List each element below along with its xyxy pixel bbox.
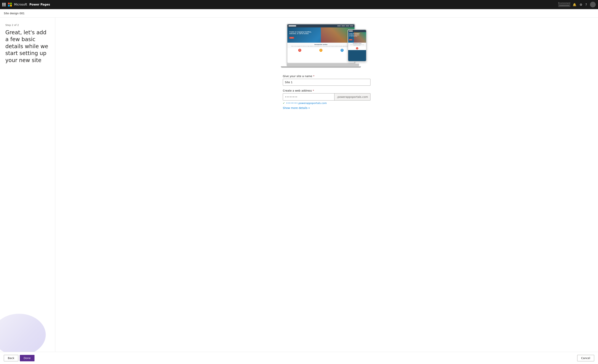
step-heading: Great, let's add a few basic details whi… — [5, 29, 50, 64]
web-address-suffix: .powerappsportals.com — [334, 93, 370, 100]
environment-value: •••••••• — [558, 4, 570, 7]
grid-icon[interactable] — [2, 3, 6, 6]
app-name: Power Pages — [29, 3, 50, 6]
web-address-prefix-input[interactable] — [283, 93, 334, 100]
svg-rect-1 — [4, 3, 5, 4]
top-navigation: Microsoft Power Pages Environment ••••••… — [0, 0, 598, 9]
url-validation: ✓ ••••••••.powerappsportals.com — [283, 102, 370, 105]
right-panel: Create an engaging headline,welcome, or … — [55, 17, 598, 352]
site-name-input[interactable] — [283, 79, 370, 86]
brand-name: Microsoft — [14, 3, 27, 6]
chevron-down-icon: ∨ — [308, 107, 310, 109]
environment-selector[interactable]: Environment •••••••• — [558, 2, 570, 7]
web-address-input-group: .powerappsportals.com — [283, 93, 370, 101]
user-avatar[interactable] — [590, 2, 596, 8]
show-more-label: Show more details — [283, 106, 307, 109]
laptop-mockup: Create an engaging headline,welcome, or … — [287, 24, 357, 67]
done-button[interactable]: Done — [20, 355, 34, 361]
mobile-badge-1: 1 — [356, 47, 358, 49]
svg-rect-0 — [2, 3, 3, 4]
form-area: Give your site a name * Create a web add… — [283, 75, 370, 113]
svg-rect-5 — [5, 4, 6, 5]
svg-rect-6 — [2, 6, 3, 6]
site-name-label: Give your site a name * — [283, 75, 370, 78]
web-address-label: Create a web address * — [283, 89, 370, 92]
preview-illustration: Create an engaging headline,welcome, or … — [287, 24, 367, 69]
back-button[interactable]: Back — [4, 355, 18, 361]
page-title: Site design 001 — [4, 12, 25, 15]
step-badge-1: 1 — [298, 49, 301, 52]
left-panel: Step 2 of 2 Great, let's add a few basic… — [0, 17, 55, 352]
page-title-bar: Site design 001 — [0, 9, 598, 17]
site-name-field: Give your site a name * — [283, 75, 370, 86]
step-label: Step 2 of 2 — [5, 24, 50, 26]
main-area: Step 2 of 2 Great, let's add a few basic… — [0, 17, 598, 352]
environment-label: Environment — [558, 2, 570, 4]
settings-icon[interactable]: ⚙ — [580, 3, 582, 7]
step-badge-3: 3 — [341, 49, 344, 52]
svg-rect-8 — [5, 6, 6, 6]
checkmark-icon: ✓ — [283, 102, 285, 105]
svg-rect-4 — [4, 4, 5, 5]
svg-rect-3 — [2, 4, 3, 5]
mobile-mockup: Create an engagingheadline, welcome,or c… — [348, 29, 367, 62]
cancel-button[interactable]: Cancel — [577, 355, 594, 361]
url-validated-text: ••••••••.powerappsportals.com — [286, 102, 327, 105]
notification-icon[interactable]: 🔔 — [573, 3, 576, 7]
svg-rect-2 — [5, 3, 6, 4]
decoration-blob — [0, 314, 46, 352]
step-badge-2: 2 — [319, 49, 323, 52]
web-address-field: Create a web address * .powerappsportals… — [283, 89, 370, 109]
svg-rect-7 — [4, 6, 5, 6]
topnav-icons: 🔔 ⚙ ? — [573, 2, 596, 8]
bottom-bar: Back Done Cancel — [0, 352, 598, 364]
show-more-details-button[interactable]: Show more details ∨ — [283, 106, 370, 109]
help-icon[interactable]: ? — [585, 3, 587, 7]
microsoft-logo — [8, 3, 12, 7]
